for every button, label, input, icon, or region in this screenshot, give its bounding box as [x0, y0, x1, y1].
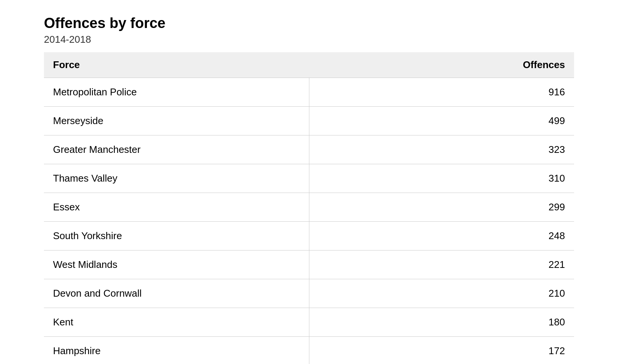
cell-force: Thames Valley	[44, 164, 309, 193]
offences-table: Force Offences Metropolitan Police916Mer…	[44, 52, 574, 364]
cell-offences: 299	[309, 193, 574, 222]
column-header-offences: Offences	[309, 52, 574, 78]
cell-offences: 210	[309, 279, 574, 308]
table-row: Kent180	[44, 308, 574, 337]
cell-offences: 172	[309, 337, 574, 364]
table-row: Hampshire172	[44, 337, 574, 364]
table-row: Greater Manchester323	[44, 135, 574, 164]
cell-force: Hampshire	[44, 337, 309, 364]
table-row: Metropolitan Police916	[44, 78, 574, 107]
cell-offences: 248	[309, 222, 574, 250]
cell-force: Greater Manchester	[44, 135, 309, 164]
column-header-force: Force	[44, 52, 309, 78]
cell-force: Devon and Cornwall	[44, 279, 309, 308]
chart-container: Offences by force 2014-2018 Force Offenc…	[40, 8, 578, 364]
cell-force: Essex	[44, 193, 309, 222]
chart-subtitle: 2014-2018	[44, 34, 574, 45]
table-row: Essex299	[44, 193, 574, 222]
table-header-row: Force Offences	[44, 52, 574, 78]
table-row: Devon and Cornwall210	[44, 279, 574, 308]
cell-offences: 916	[309, 78, 574, 107]
cell-force: West Midlands	[44, 250, 309, 279]
cell-offences: 310	[309, 164, 574, 193]
cell-force: Metropolitan Police	[44, 78, 309, 107]
table-row: South Yorkshire248	[44, 222, 574, 250]
table-row: West Midlands221	[44, 250, 574, 279]
cell-offences: 180	[309, 308, 574, 337]
cell-force: South Yorkshire	[44, 222, 309, 250]
cell-offences: 323	[309, 135, 574, 164]
cell-offences: 221	[309, 250, 574, 279]
cell-force: Merseyside	[44, 107, 309, 135]
chart-title: Offences by force	[44, 15, 574, 31]
cell-offences: 499	[309, 107, 574, 135]
table-row: Merseyside499	[44, 107, 574, 135]
table-row: Thames Valley310	[44, 164, 574, 193]
cell-force: Kent	[44, 308, 309, 337]
